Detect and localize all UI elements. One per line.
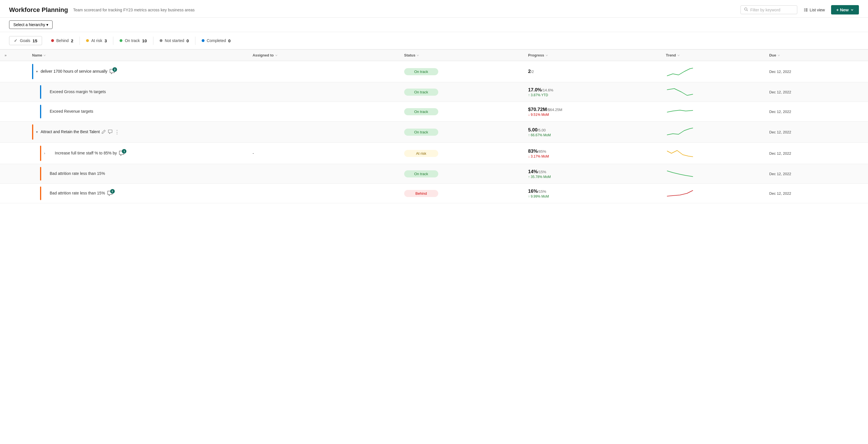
at-risk-count: 3 [104, 38, 107, 43]
goal-name: Exceed Gross margin % targets [50, 89, 106, 95]
goal-name: Bad attrition rate less than 15% [50, 171, 105, 177]
name-cell: › Increase full time staff % to 85% by 1 [28, 143, 248, 164]
search-box[interactable]: Filter by keyword [741, 5, 797, 14]
assigned-cell [248, 61, 400, 82]
row-accent-bar [32, 64, 33, 79]
on-track-count: 10 [142, 38, 147, 43]
completed-label: Completed [207, 38, 226, 43]
row-expand-button[interactable]: › [43, 151, 46, 156]
list-view-button[interactable]: List view [801, 6, 827, 14]
progress-sub: ↑ 35.78% MoM [528, 175, 657, 179]
svg-line-1 [747, 10, 748, 11]
hierarchy-arrow-icon: ▾ [46, 23, 48, 27]
edit-icon[interactable] [101, 129, 106, 135]
due-date: Dec 12, 2022 [769, 90, 791, 94]
behind-count: 2 [71, 38, 73, 43]
name-cell: Exceed Revenue targets [28, 102, 248, 122]
toolbar: Select a hierarchy ▾ [0, 18, 868, 32]
comment-icon[interactable] [107, 129, 113, 135]
on-track-stat[interactable]: On track 10 [113, 37, 153, 45]
due-date: Dec 12, 2022 [769, 151, 791, 156]
status-badge: On track [404, 170, 438, 178]
status-badge: On track [404, 129, 438, 136]
due-cell: Dec 12, 2022 [765, 82, 868, 102]
trend-cell [661, 102, 765, 122]
name-cell: ▾ deliver 1700 hours of service annually… [28, 61, 248, 82]
goals-table: » Name Assigned to [0, 50, 868, 203]
progress-cell: 2/2 [524, 61, 661, 82]
due-cell: Dec 12, 2022 [765, 164, 868, 184]
progress-denom: /14.6% [541, 88, 553, 92]
more-actions-icon[interactable]: ⋮ [115, 129, 120, 135]
comment-badge: 2 [113, 67, 117, 72]
col-due-header[interactable]: Due [765, 50, 868, 61]
progress-cell: $70.72M/$64.25M ↓ 9.51% MoM [524, 102, 661, 122]
on-track-dot [120, 39, 122, 42]
status-cell: On track [400, 82, 524, 102]
assigned-cell [248, 102, 400, 122]
comment-badge: 1 [122, 149, 126, 154]
progress-cell: 17.0%/14.6% ↑ 3.87% YTD [524, 82, 661, 102]
due-date: Dec 12, 2022 [769, 109, 791, 114]
not-started-stat[interactable]: Not started 0 [153, 37, 195, 45]
svg-rect-5 [806, 10, 807, 10]
col-status-header[interactable]: Status [400, 50, 524, 61]
goals-count: 15 [33, 38, 37, 43]
expand-cell [0, 82, 28, 102]
trend-chart [666, 188, 694, 199]
due-cell: Dec 12, 2022 [765, 143, 868, 164]
page-subtitle: Team scorecard for tracking FY23 metrics… [73, 8, 735, 12]
row-accent-bar [32, 124, 33, 140]
table-row: Exceed Revenue targets On track $70.72M/… [0, 102, 868, 122]
trend-cell [661, 143, 765, 164]
table-row: Exceed Gross margin % targets On track 1… [0, 82, 868, 102]
progress-sort-icon [545, 54, 548, 57]
svg-rect-3 [806, 8, 807, 9]
at-risk-stat[interactable]: At risk 3 [80, 37, 113, 45]
col-progress-header[interactable]: Progress [524, 50, 661, 61]
due-sort-icon [777, 54, 780, 57]
progress-cell: 14%/15% ↑ 35.78% MoM [524, 164, 661, 184]
new-button[interactable]: + New [831, 5, 859, 14]
status-cell: On track [400, 122, 524, 143]
goals-stat[interactable]: ✓ Goals 15 [9, 36, 42, 45]
at-risk-label: At risk [91, 38, 102, 43]
svg-rect-4 [804, 10, 805, 10]
col-name-header[interactable]: Name [28, 50, 248, 61]
assigned-sort-icon [275, 54, 278, 57]
goals-label: Goals [20, 38, 30, 43]
progress-denom: /$64.25M [547, 107, 562, 112]
row-accent-bar [40, 187, 41, 200]
progress-value: 5.00 [528, 127, 537, 133]
comment-badge: 2 [110, 189, 115, 194]
goal-name: Attract and Retain the Best Talent [41, 129, 100, 135]
row-accent-bar [40, 146, 41, 161]
due-cell: Dec 12, 2022 [765, 102, 868, 122]
expand-all-icon[interactable]: » [4, 53, 6, 57]
expand-cell [0, 184, 28, 203]
trend-chart [666, 168, 694, 180]
comment-container: 1 [119, 150, 125, 156]
behind-stat[interactable]: Behind 2 [45, 37, 80, 45]
stats-bar: ✓ Goals 15 Behind 2 At risk 3 On track 1… [0, 32, 868, 50]
hierarchy-selector[interactable]: Select a hierarchy ▾ [9, 21, 53, 29]
list-view-label: List view [810, 8, 825, 12]
progress-sub: ↓ 9.51% MoM [528, 113, 657, 117]
row-expand-button[interactable]: ▾ [35, 69, 39, 74]
progress-value: 83% [528, 149, 538, 154]
row-expand-button[interactable]: ▾ [35, 129, 39, 134]
completed-stat[interactable]: Completed 0 [195, 37, 237, 45]
trend-chart [666, 126, 694, 138]
trend-cell [661, 61, 765, 82]
status-cell: At risk [400, 143, 524, 164]
status-badge: On track [404, 89, 438, 96]
col-trend-header[interactable]: Trend [661, 50, 765, 61]
trend-cell [661, 122, 765, 143]
trend-cell [661, 184, 765, 203]
progress-sub: ↑ 66.67% MoM [528, 133, 657, 137]
progress-value: 17.0% [528, 87, 541, 93]
status-cell: On track [400, 102, 524, 122]
col-expand: » [0, 50, 28, 61]
goal-name: Exceed Revenue targets [50, 109, 93, 115]
col-assigned-header[interactable]: Assigned to [248, 50, 400, 61]
